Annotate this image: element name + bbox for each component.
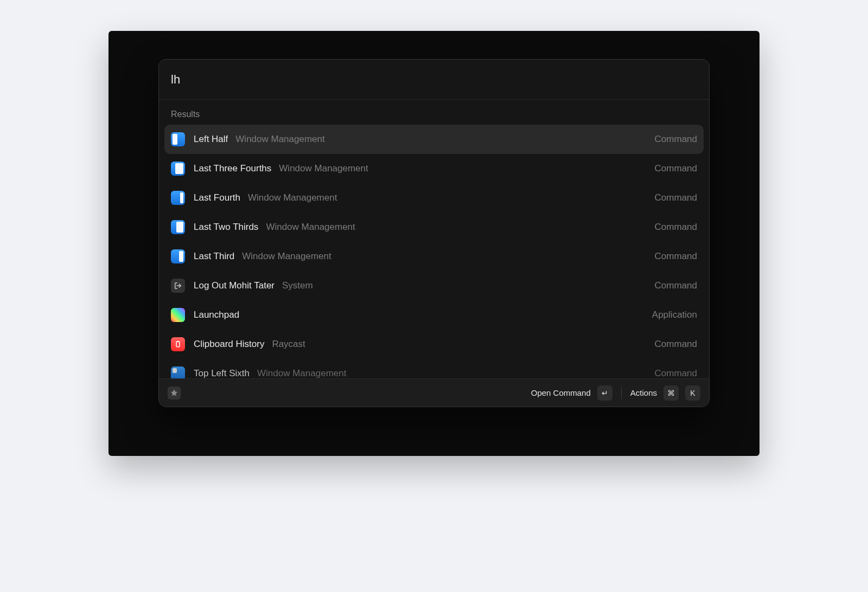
window-last-two-thirds-icon xyxy=(171,220,185,234)
result-subtitle: Window Management xyxy=(242,251,331,262)
result-subtitle: Window Management xyxy=(266,222,355,233)
result-title: Launchpad xyxy=(194,310,239,320)
result-type: Command xyxy=(655,339,697,350)
result-subtitle: Window Management xyxy=(235,134,324,145)
result-title: Last Third xyxy=(194,251,234,262)
result-type: Command xyxy=(655,134,697,145)
result-title: Top Left Sixth xyxy=(194,368,250,378)
result-item-top-left-sixth[interactable]: Top Left Sixth Window Management Command xyxy=(164,359,704,378)
svg-rect-1 xyxy=(176,342,180,346)
app-indicator-icon xyxy=(168,387,181,400)
search-row xyxy=(159,60,709,100)
launcher-footer: Open Command ↵ Actions ⌘ K xyxy=(159,378,709,407)
window-top-left-sixth-icon xyxy=(171,366,185,378)
result-type: Command xyxy=(655,222,697,233)
result-subtitle: Window Management xyxy=(257,368,346,378)
search-input[interactable] xyxy=(171,73,697,87)
desktop-background: Results Left Half Window Management Comm… xyxy=(108,31,760,456)
window-last-fourth-icon xyxy=(171,191,185,205)
launchpad-icon xyxy=(171,308,185,322)
results-section-header: Results xyxy=(159,100,709,125)
result-title: Log Out Mohit Tater xyxy=(194,280,275,291)
window-left-half-icon xyxy=(171,132,185,146)
result-title: Last Two Thirds xyxy=(194,222,258,233)
result-item-last-two-thirds[interactable]: Last Two Thirds Window Management Comman… xyxy=(164,213,704,242)
result-subtitle: Window Management xyxy=(279,163,368,174)
logout-icon xyxy=(171,279,185,293)
enter-key-icon: ↵ xyxy=(597,385,612,401)
result-type: Command xyxy=(655,251,697,262)
result-type: Command xyxy=(655,280,697,291)
k-key-icon: K xyxy=(685,385,700,401)
result-item-last-third[interactable]: Last Third Window Management Command xyxy=(164,242,704,271)
result-type: Application xyxy=(652,310,697,320)
result-item-log-out[interactable]: Log Out Mohit Tater System Command xyxy=(164,271,704,300)
clipboard-icon xyxy=(171,337,185,351)
primary-action-label[interactable]: Open Command xyxy=(531,388,591,397)
command-launcher-window: Results Left Half Window Management Comm… xyxy=(158,59,710,407)
results-list: Left Half Window Management Command Last… xyxy=(159,125,709,378)
result-item-launchpad[interactable]: Launchpad Application xyxy=(164,300,704,330)
command-key-icon: ⌘ xyxy=(663,385,679,401)
result-item-left-half[interactable]: Left Half Window Management Command xyxy=(164,125,704,154)
result-item-last-fourth[interactable]: Last Fourth Window Management Command xyxy=(164,183,704,213)
window-last-third-icon xyxy=(171,249,185,263)
footer-divider xyxy=(621,387,622,399)
result-type: Command xyxy=(655,192,697,203)
result-subtitle: Raycast xyxy=(272,339,305,350)
secondary-action-label[interactable]: Actions xyxy=(630,388,657,397)
result-title: Left Half xyxy=(194,134,228,145)
result-title: Clipboard History xyxy=(194,339,264,350)
result-subtitle: Window Management xyxy=(248,192,337,203)
result-subtitle: System xyxy=(282,280,313,291)
window-last-three-fourths-icon xyxy=(171,162,185,176)
result-title: Last Three Fourths xyxy=(194,163,271,174)
result-type: Command xyxy=(655,368,697,378)
result-item-clipboard-history[interactable]: Clipboard History Raycast Command xyxy=(164,330,704,359)
result-type: Command xyxy=(655,163,697,174)
result-item-last-three-fourths[interactable]: Last Three Fourths Window Management Com… xyxy=(164,154,704,183)
result-title: Last Fourth xyxy=(194,192,240,203)
